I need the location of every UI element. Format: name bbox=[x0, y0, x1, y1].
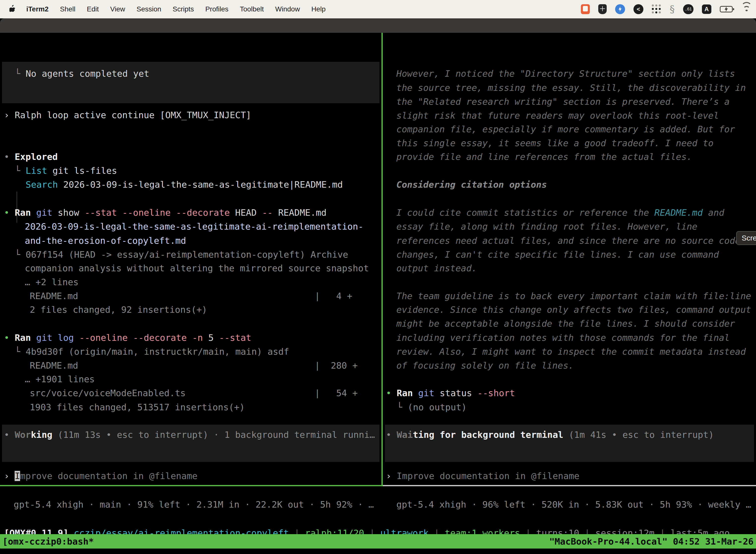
git-show-out-2: companion analysis without altering the … bbox=[25, 261, 369, 275]
reasoning-p2-l1: I could cite commit statistics or refere… bbox=[396, 206, 724, 220]
git-show-out-3: … +2 lines bbox=[25, 275, 79, 289]
wifi-icon[interactable] bbox=[741, 5, 752, 13]
macos-menubar: iTerm2ShellEditViewSessionScriptsProfile… bbox=[0, 0, 756, 18]
agents-status-line: └ No agents completed yet bbox=[15, 67, 149, 81]
reasoning-p2-l4: changes, I can't cite specific file line… bbox=[396, 248, 719, 262]
menu-item-iterm2[interactable]: iTerm2 bbox=[26, 5, 49, 13]
screen-tooltip: Scre bbox=[736, 231, 756, 245]
menu-item-scripts[interactable]: Scripts bbox=[173, 5, 194, 13]
menubar-items: iTerm2ShellEditViewSessionScriptsProfile… bbox=[17, 5, 326, 13]
reasoning-p2-l5: output instead. bbox=[396, 261, 477, 275]
screen-tooltip-label: Scre bbox=[742, 234, 756, 242]
git-log-out-5: 1903 files changed, 513517 insertions(+) bbox=[30, 400, 245, 414]
moon-circle-icon[interactable]: < bbox=[633, 4, 643, 14]
git-log-out-2: README.md | 280 + bbox=[30, 359, 358, 373]
git-show-out-1: └ 067f154 (HEAD -> essay/ai-reimplementa… bbox=[15, 248, 348, 262]
terminal-area: └ No agents completed yet› Ralph loop ac… bbox=[0, 33, 756, 534]
reasoning-p1-l3: the "Related research writing" section i… bbox=[396, 95, 730, 109]
bolt-circle-icon[interactable] bbox=[615, 4, 625, 14]
badge-icon[interactable]: ..61 bbox=[683, 4, 693, 14]
reasoning-p1-l2: the source tree, missing the essay. Stil… bbox=[396, 81, 746, 95]
pane-divider-horizontal-right bbox=[383, 485, 756, 486]
explored-list: └ List git ls-files bbox=[15, 164, 117, 178]
menu-item-toolbelt[interactable]: Toolbelt bbox=[240, 5, 264, 13]
tmux-status-bar: [omx-cczip0:bash* "MacBook-Pro-44.local"… bbox=[0, 534, 756, 549]
git-show-out-4: README.md | 4 + bbox=[30, 289, 352, 303]
reasoning-p1-l5: companion file, especially if more comme… bbox=[396, 122, 735, 136]
left-prompt-input[interactable]: › Improve documentation in @filename bbox=[4, 469, 197, 483]
git-show-arg-1: 2026-03-09-is-legal-the-same-as-legitima… bbox=[25, 220, 363, 233]
window-bottom-edge bbox=[0, 549, 756, 554]
reasoning-p1-l7: provide file and line references from th… bbox=[396, 150, 692, 164]
right-prompt-input[interactable]: › Improve documentation in @filename bbox=[386, 469, 579, 483]
apple-menu-icon[interactable] bbox=[9, 5, 17, 13]
git-log-out-1: └ 4b9d30f (origin/main, instructkr/main,… bbox=[15, 345, 289, 359]
input-source-icon[interactable]: A bbox=[702, 4, 711, 14]
git-log-out-3: … +1901 lines bbox=[25, 372, 95, 386]
menu-item-shell[interactable]: Shell bbox=[60, 5, 75, 13]
tmux-session-label: [omx-cczip0:bash* bbox=[2, 536, 94, 547]
screenshot-app-icon[interactable] bbox=[581, 4, 590, 14]
explored-search: Search 2026-03-09-is-legal-the-same-as-l… bbox=[15, 178, 343, 191]
explored-header: • Explored bbox=[4, 150, 58, 164]
pane-divider-vertical[interactable] bbox=[381, 33, 383, 486]
tmux-host-clock-label: "MacBook-Pro-44.local" 04:52 31-Mar-26 bbox=[549, 536, 754, 547]
git-show-arg-2: and-the-erosion-of-copyleft.md bbox=[25, 234, 186, 248]
git-show-out-5: 2 files changed, 92 insertions(+) bbox=[30, 303, 207, 317]
reasoning-p3-l1: The team guideline is to back every impo… bbox=[396, 289, 751, 303]
reasoning-p3-l3: might be acceptable alongside the file l… bbox=[396, 317, 735, 331]
right-model-statusline: gpt-5.4 xhigh · 96% left · 520K in · 5.8… bbox=[396, 498, 751, 511]
menu-item-edit[interactable]: Edit bbox=[87, 5, 99, 13]
window-titlebar: omx --xhigh --madmax ⌥⌘1 bbox=[0, 18, 756, 33]
reasoning-p1-l1: However, I noticed the "Directory Struct… bbox=[396, 67, 735, 81]
menu-item-view[interactable]: View bbox=[110, 5, 125, 13]
squiggle-icon[interactable]: § bbox=[670, 3, 675, 15]
ran-git-log: • Ran git log --oneline --decorate -n 5 … bbox=[4, 331, 251, 345]
ran-git-status: • Ran git status --short bbox=[386, 386, 515, 400]
reasoning-p1-l4: slight risk that future readers may over… bbox=[396, 109, 719, 123]
ralph-loop-line: › Ralph loop active continue [OMX_TMUX_I… bbox=[4, 108, 251, 122]
menu-item-profiles[interactable]: Profiles bbox=[205, 5, 229, 13]
waiting-status-line: • Waiting for background terminal (1m 41… bbox=[386, 428, 714, 442]
reasoning-p3-l2: evidence. Since this change only affects… bbox=[396, 303, 751, 317]
grid-shield-icon[interactable] bbox=[598, 4, 607, 14]
git-log-out-4: src/voice/voiceModeEnabled.ts | 54 + bbox=[30, 386, 358, 400]
dots-grid-icon[interactable] bbox=[652, 4, 661, 14]
menu-item-window[interactable]: Window bbox=[275, 5, 300, 13]
ran-git-show: • Ran git show --stat --oneline --decora… bbox=[4, 206, 327, 220]
working-status-line: • Working (11m 13s • esc to interrupt) ·… bbox=[4, 428, 375, 442]
reasoning-heading: Considering citation options bbox=[396, 178, 547, 191]
reasoning-p1-l6: this single essay, it seems like a good … bbox=[396, 136, 713, 150]
pane-divider-horizontal-left bbox=[0, 485, 381, 486]
reasoning-p2-l2: essay file, along with finding root file… bbox=[396, 220, 697, 233]
reasoning-p2-l3: references need actual files, and since … bbox=[396, 234, 740, 248]
git-status-out: └ (no output) bbox=[397, 400, 467, 414]
menu-item-help[interactable]: Help bbox=[311, 5, 326, 13]
left-model-statusline: gpt-5.4 xhigh · main · 91% left · 2.31M … bbox=[14, 498, 374, 511]
reasoning-p3-l4: including verification notes with those … bbox=[396, 331, 730, 345]
battery-icon[interactable] bbox=[720, 6, 733, 12]
menu-item-session[interactable]: Session bbox=[136, 5, 161, 13]
reasoning-p3-l5: review. Also, I might want to inspect th… bbox=[396, 345, 746, 359]
reasoning-p3-l6: of focusing solely on file lines. bbox=[396, 359, 574, 373]
